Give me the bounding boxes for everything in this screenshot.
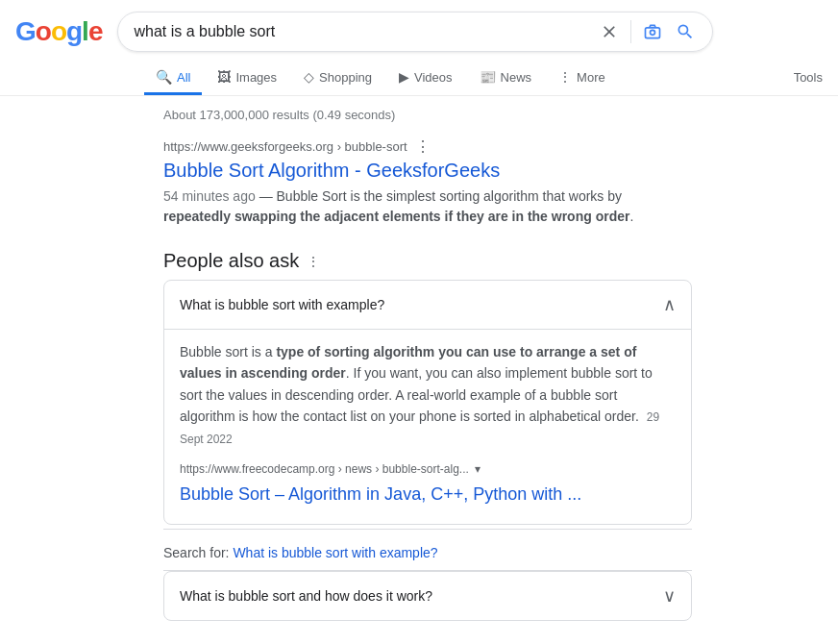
tab-news[interactable]: 📰 News xyxy=(468,62,544,95)
tab-videos-label: Videos xyxy=(414,70,453,85)
images-tab-icon: 🖼 xyxy=(217,69,231,85)
tab-shopping[interactable]: ◇ Shopping xyxy=(292,62,383,95)
tab-videos[interactable]: ▶ Videos xyxy=(387,62,464,95)
paa-options-icon[interactable]: ⋮ xyxy=(307,254,320,269)
paa-question-text-1: What is bubble sort with example? xyxy=(180,297,384,312)
paa-chevron-down-icon: ∨ xyxy=(663,585,676,607)
sub-result-path: › news › bubble-sort-alg... xyxy=(334,462,468,476)
google-logo[interactable]: Google xyxy=(15,16,102,47)
search-input[interactable] xyxy=(134,23,590,40)
clear-icon xyxy=(600,22,619,41)
result-url-row: https://www.geeksforgeeks.org › bubble-s… xyxy=(163,137,692,156)
paa-question-1[interactable]: What is bubble sort with example? ∧ xyxy=(164,281,691,329)
result-url: https://www.geeksforgeeks.org › bubble-s… xyxy=(163,139,407,154)
snippet-suffix: . xyxy=(629,209,633,224)
search-for-prefix: Search for: xyxy=(163,545,233,560)
paa-question-text-2: What is bubble sort and how does it work… xyxy=(180,588,432,604)
sub-result-url-row: https://www.freecodecamp.org › news › bu… xyxy=(180,460,676,479)
shopping-tab-icon: ◇ xyxy=(304,69,314,85)
camera-icon xyxy=(643,22,662,41)
tab-images-label: Images xyxy=(235,70,277,85)
snippet-timestamp: 54 minutes ago xyxy=(163,188,256,204)
paa-answer-1: Bubble sort is a type of sorting algorit… xyxy=(164,329,691,524)
logo-letter-o2: o xyxy=(51,16,66,46)
search-actions xyxy=(598,20,697,43)
tab-all[interactable]: 🔍 All xyxy=(144,62,202,95)
logo-letter-o1: o xyxy=(36,16,51,46)
snippet-dash: — xyxy=(259,188,277,204)
logo-letter-g: G xyxy=(15,16,36,46)
search-icon xyxy=(676,22,695,41)
result-url-path: › bubble-sort xyxy=(333,139,407,154)
snippet-prefix: Bubble Sort is the simplest sorting algo… xyxy=(277,188,623,204)
tab-all-label: All xyxy=(177,70,190,85)
result-snippet: 54 minutes ago — Bubble Sort is the simp… xyxy=(163,186,692,227)
videos-tab-icon: ▶ xyxy=(399,69,409,85)
tab-more-label: More xyxy=(577,70,605,85)
tab-more[interactable]: ⋮ More xyxy=(547,62,617,95)
paa-question-2[interactable]: What is bubble sort and how does it work… xyxy=(164,572,691,620)
logo-letter-e: e xyxy=(88,16,103,46)
answer-prefix: Bubble sort is a xyxy=(180,344,276,359)
camera-search-button[interactable] xyxy=(641,20,664,43)
sub-result-1: https://www.freecodecamp.org › news › bu… xyxy=(180,460,676,508)
sub-result-url: https://www.freecodecamp.org › news › bu… xyxy=(180,460,469,479)
paa-chevron-up-icon: ∧ xyxy=(663,294,676,315)
search-for-link[interactable]: What is bubble sort with example? xyxy=(233,545,437,560)
main-content: About 173,000,000 results (0.49 seconds)… xyxy=(0,96,692,621)
result-title[interactable]: Bubble Sort Algorithm - GeeksforGeeks xyxy=(163,160,500,181)
header: Google xyxy=(0,0,838,52)
snippet-bold: repeatedly swapping the adjacent element… xyxy=(163,209,629,224)
all-tab-icon: 🔍 xyxy=(156,69,172,85)
result-stats: About 173,000,000 results (0.49 seconds) xyxy=(163,108,692,122)
logo-letter-g2: g xyxy=(66,16,82,46)
paa-title: People also ask xyxy=(163,250,299,272)
sub-result-title[interactable]: Bubble Sort – Algorithm in Java, C++, Py… xyxy=(180,484,581,504)
search-result-1: https://www.geeksforgeeks.org › bubble-s… xyxy=(163,137,692,227)
people-also-ask-section: People also ask ⋮ What is bubble sort wi… xyxy=(163,250,692,621)
news-tab-icon: 📰 xyxy=(480,69,496,85)
search-for-row: Search for: What is bubble sort with exa… xyxy=(163,529,692,571)
paa-item-1: What is bubble sort with example? ∧ Bubb… xyxy=(163,280,692,525)
more-tab-icon: ⋮ xyxy=(558,69,572,85)
tab-news-label: News xyxy=(501,70,532,85)
svg-point-1 xyxy=(651,30,655,35)
paa-header: People also ask ⋮ xyxy=(163,250,692,272)
logo-letter-l: l xyxy=(82,16,88,46)
tab-images[interactable]: 🖼 Images xyxy=(206,62,288,95)
tab-shopping-label: Shopping xyxy=(319,70,372,85)
search-divider xyxy=(630,20,631,43)
clear-button[interactable] xyxy=(598,20,621,43)
nav-tabs: 🔍 All 🖼 Images ◇ Shopping ▶ Videos 📰 New… xyxy=(0,56,838,96)
result-url-domain: https://www.geeksforgeeks.org xyxy=(163,139,333,154)
tools-button[interactable]: Tools xyxy=(778,62,838,95)
search-button[interactable] xyxy=(674,20,697,43)
sub-result-domain: https://www.freecodecamp.org xyxy=(180,462,334,476)
result-options-icon[interactable]: ⋮ xyxy=(415,137,431,156)
search-bar xyxy=(117,12,713,52)
paa-item-2: What is bubble sort and how does it work… xyxy=(163,571,692,621)
svg-rect-0 xyxy=(646,28,660,38)
sub-result-dropdown-icon[interactable]: ▾ xyxy=(475,460,481,479)
